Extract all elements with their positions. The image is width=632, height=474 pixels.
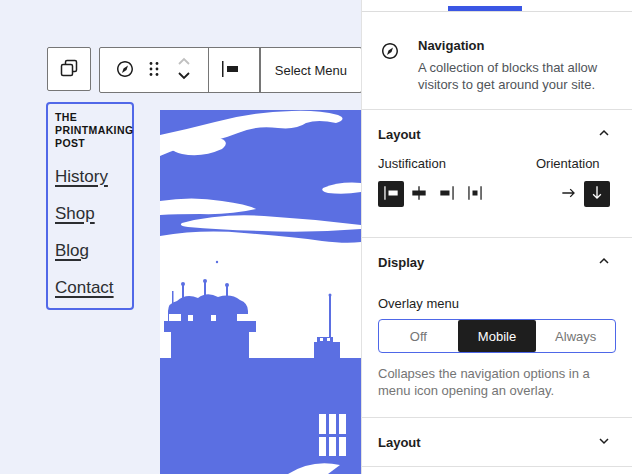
justify-center-button[interactable] [406,181,432,207]
orientation-label: Orientation [536,156,610,171]
section-title: Layout [378,127,421,142]
editor-canvas: Select Menu THE PRINTMAKING POST History… [0,0,361,474]
display-section-header[interactable]: Display [378,252,616,272]
navigation-compass-icon [378,38,402,93]
justify-center-icon [409,183,429,206]
justification-control: Justification [378,156,520,207]
nav-link-shop[interactable]: Shop [55,204,132,224]
move-down-button[interactable] [175,70,193,85]
justify-right-icon [437,183,457,206]
justify-left-button[interactable] [378,181,404,207]
collapsed-layout-section-header[interactable]: Layout [378,432,616,452]
orientation-vertical-button[interactable] [584,181,610,207]
orientation-horizontal-button[interactable] [556,181,582,207]
justify-space-between-button[interactable] [462,181,488,207]
section-title: Display [378,255,424,270]
nav-link-blog[interactable]: Blog [55,241,132,261]
block-toolbar: Select Menu [47,47,361,93]
block-title: Navigation [418,38,623,54]
move-up-button[interactable] [175,55,193,70]
arrow-down-icon [587,183,607,206]
expand-section-button[interactable] [592,430,616,454]
drag-handle[interactable] [140,48,170,92]
chevron-up-icon [596,253,612,272]
arrow-right-icon [559,183,579,206]
sidebar-tab-bar [362,0,632,12]
display-section: Display Overlay menu Off Mobile Always C… [362,238,632,417]
drag-handle-icon [145,60,163,81]
block-description: A collection of blocks that allow visito… [418,60,623,93]
select-menu-button[interactable]: Select Menu [261,48,361,92]
nav-link-contact[interactable]: Contact [55,278,132,298]
justify-right-button[interactable] [434,181,460,207]
overlay-mobile-button[interactable]: Mobile [458,320,537,352]
block-movers [169,48,199,92]
collapse-section-button[interactable] [592,250,616,274]
block-card: Navigation A collection of blocks that a… [362,12,632,109]
navigation-compass-icon [113,57,137,84]
justify-left-icon [218,57,242,84]
overlay-always-button[interactable]: Always [536,320,615,352]
layout-section: Layout Justification [362,110,632,237]
layout-section-header[interactable]: Layout [378,124,616,144]
section-title: Layout [378,435,421,450]
select-parent-block-button[interactable] [47,47,91,91]
navigation-block-type-button[interactable] [110,48,140,92]
layout-controls: Justification [378,156,616,207]
justify-space-between-icon [465,183,485,206]
collapse-section-button[interactable] [592,122,616,146]
justification-toolbar-button[interactable] [209,48,250,92]
chevron-up-icon [596,125,612,144]
justification-label: Justification [378,156,520,171]
divider [362,466,632,467]
overlay-menu-help-text: Collapses the navigation options in a me… [378,365,623,399]
chevron-up-icon [175,55,193,70]
active-tab-indicator[interactable] [448,6,522,11]
overlay-menu-label: Overlay menu [378,296,616,311]
toolbar-group: Select Menu [99,47,361,93]
settings-sidebar: Navigation A collection of blocks that a… [361,0,632,474]
justify-left-icon [381,183,401,206]
overlay-off-button[interactable]: Off [379,320,458,352]
chevron-down-icon [596,433,612,452]
cover-illustration [160,110,361,474]
navigation-block[interactable]: THE PRINTMAKING POST History Shop Blog C… [46,102,134,310]
wordpress-block-editor: Select Menu THE PRINTMAKING POST History… [0,0,632,474]
overlay-menu-control: Off Mobile Always [378,319,616,353]
parent-block-icon [57,56,81,83]
chevron-down-icon [175,70,193,85]
block-card-text: Navigation A collection of blocks that a… [418,38,623,93]
site-title: THE PRINTMAKING POST [55,111,132,150]
orientation-control: Orientation [536,156,610,207]
nav-link-history[interactable]: History [55,167,132,187]
collapsed-layout-section: Layout [362,418,632,466]
